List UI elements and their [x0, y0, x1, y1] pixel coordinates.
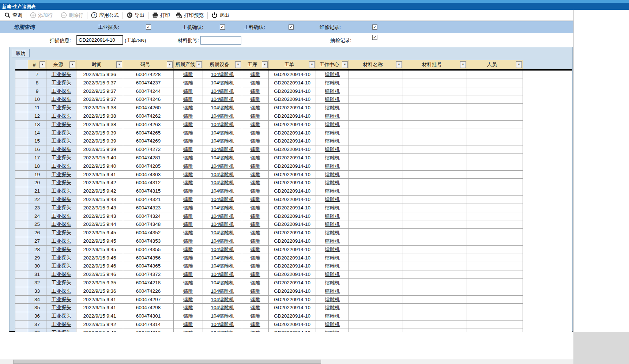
- cell-source[interactable]: 工业探头: [46, 229, 76, 237]
- cell-line[interactable]: 镭雕: [174, 254, 203, 262]
- filter-dropdown-icon[interactable]: ▼: [460, 61, 466, 68]
- cell-line[interactable]: 镭雕: [174, 171, 203, 179]
- cell-process[interactable]: 镭雕: [242, 112, 269, 121]
- cell-center[interactable]: 镭雕机: [316, 270, 349, 279]
- cell-device[interactable]: 104镭雕机: [203, 121, 242, 129]
- cell-process[interactable]: 镭雕: [242, 187, 269, 196]
- filter-dropdown-icon[interactable]: ▼: [342, 61, 348, 68]
- row-selector-cell[interactable]: [15, 204, 28, 212]
- cell-center[interactable]: 镭雕机: [316, 162, 349, 171]
- cell-process[interactable]: 镭雕: [242, 154, 269, 162]
- cell-center[interactable]: 镭雕机: [316, 254, 349, 262]
- cell-line[interactable]: 镭雕: [174, 270, 203, 279]
- cell-process[interactable]: 镭雕: [242, 129, 269, 137]
- cell-process[interactable]: 镭雕: [242, 162, 269, 171]
- cell-process[interactable]: 镭雕: [242, 171, 269, 179]
- cell-device[interactable]: 104镭雕机: [203, 204, 242, 212]
- cell-line[interactable]: 镭雕: [174, 137, 203, 145]
- cell-line[interactable]: 镭雕: [174, 145, 203, 154]
- cell-source[interactable]: 工业探头: [46, 162, 76, 171]
- cell-line[interactable]: 镭雕: [174, 187, 203, 196]
- cell-center[interactable]: 镭雕机: [316, 220, 349, 229]
- cell-process[interactable]: 镭雕: [242, 87, 269, 96]
- search-button[interactable]: 查询: [1, 11, 25, 20]
- cell-process[interactable]: 镭雕: [242, 262, 269, 270]
- export-button[interactable]: 导出: [124, 11, 147, 20]
- cell-process[interactable]: 镭雕: [242, 71, 269, 79]
- horizontal-scrollbar[interactable]: [0, 359, 573, 364]
- row-selector-cell[interactable]: [15, 270, 28, 279]
- cell-center[interactable]: 镭雕机: [316, 204, 349, 212]
- cell-source[interactable]: 工业探头: [46, 287, 76, 296]
- cell-process[interactable]: 镭雕: [242, 137, 269, 145]
- repair-record-checkbox[interactable]: ✓: [372, 24, 377, 30]
- cell-device[interactable]: 104镭雕机: [203, 304, 242, 312]
- cell-process[interactable]: 镭雕: [242, 279, 269, 287]
- cell-device[interactable]: 104镭雕机: [203, 329, 242, 332]
- exit-button[interactable]: 退出: [208, 11, 232, 20]
- print-button[interactable]: 打印: [149, 11, 173, 20]
- cell-source[interactable]: 工业探头: [46, 171, 76, 179]
- cell-device[interactable]: 104镭雕机: [203, 220, 242, 229]
- cell-source[interactable]: 工业探头: [46, 254, 76, 262]
- cell-process[interactable]: 镭雕: [242, 179, 269, 187]
- cell-center[interactable]: 镭雕机: [316, 95, 349, 104]
- cell-source[interactable]: 工业探头: [46, 321, 76, 329]
- cell-center[interactable]: 镭雕机: [316, 321, 349, 329]
- cell-source[interactable]: 工业探头: [46, 145, 76, 154]
- cell-source[interactable]: 工业探头: [46, 137, 76, 145]
- scrollbar-thumb[interactable]: [13, 360, 321, 364]
- scan-info-input[interactable]: [76, 35, 123, 45]
- row-selector-cell[interactable]: [15, 104, 28, 112]
- row-selector-cell[interactable]: [15, 279, 28, 287]
- cell-source[interactable]: 工业探头: [46, 296, 76, 304]
- row-selector-cell[interactable]: [15, 79, 28, 87]
- cell-source[interactable]: 工业探头: [46, 262, 76, 270]
- cell-process[interactable]: 镭雕: [242, 270, 269, 279]
- cell-process[interactable]: 镭雕: [242, 95, 269, 104]
- cell-line[interactable]: 镭雕: [174, 229, 203, 237]
- cell-device[interactable]: 104镭雕机: [203, 154, 242, 162]
- cell-center[interactable]: 镭雕机: [316, 121, 349, 129]
- cell-source[interactable]: 工业探头: [46, 179, 76, 187]
- cell-device[interactable]: 104镭雕机: [203, 287, 242, 296]
- cell-source[interactable]: 工业探头: [46, 71, 76, 79]
- cell-device[interactable]: 104镭雕机: [203, 187, 242, 196]
- cell-source[interactable]: 工业探头: [46, 121, 76, 129]
- cell-source[interactable]: 工业探头: [46, 279, 76, 287]
- cell-process[interactable]: 镭雕: [242, 196, 269, 204]
- row-selector-cell[interactable]: [15, 162, 28, 171]
- row-selector-cell[interactable]: [15, 129, 28, 137]
- cell-device[interactable]: 104镭雕机: [203, 112, 242, 121]
- row-selector-cell[interactable]: [15, 220, 28, 229]
- cell-line[interactable]: 镭雕: [174, 304, 203, 312]
- cell-center[interactable]: 镭雕机: [316, 304, 349, 312]
- cell-center[interactable]: 镭雕机: [316, 262, 349, 270]
- cell-center[interactable]: 镭雕机: [316, 129, 349, 137]
- cell-line[interactable]: 镭雕: [174, 179, 203, 187]
- cell-device[interactable]: 104镭雕机: [203, 212, 242, 221]
- cell-source[interactable]: 工业探头: [46, 304, 76, 312]
- cell-source[interactable]: 工业探头: [46, 212, 76, 221]
- filter-dropdown-icon[interactable]: ▼: [69, 61, 75, 68]
- cell-process[interactable]: 镭雕: [242, 246, 269, 254]
- cell-process[interactable]: 镭雕: [242, 287, 269, 296]
- cell-process[interactable]: 镭雕: [242, 104, 269, 112]
- cell-center[interactable]: 镭雕机: [316, 212, 349, 221]
- cell-center[interactable]: 镭雕机: [316, 229, 349, 237]
- cell-line[interactable]: 镭雕: [174, 204, 203, 212]
- row-selector-cell[interactable]: [15, 154, 28, 162]
- cell-source[interactable]: 工业探头: [46, 104, 76, 112]
- cell-source[interactable]: 工业探头: [46, 196, 76, 204]
- cell-process[interactable]: 镭雕: [242, 79, 269, 87]
- row-selector-cell[interactable]: [15, 229, 28, 237]
- row-selector-cell[interactable]: [15, 304, 28, 312]
- cell-center[interactable]: 镭雕机: [316, 137, 349, 145]
- cell-center[interactable]: 镭雕机: [316, 287, 349, 296]
- cell-process[interactable]: 镭雕: [242, 145, 269, 154]
- cell-line[interactable]: 镭雕: [174, 87, 203, 96]
- filter-dropdown-icon[interactable]: ▼: [116, 61, 122, 68]
- row-selector-cell[interactable]: [15, 87, 28, 96]
- add-row-button[interactable]: 添加行: [27, 11, 56, 20]
- cell-line[interactable]: 镭雕: [174, 196, 203, 204]
